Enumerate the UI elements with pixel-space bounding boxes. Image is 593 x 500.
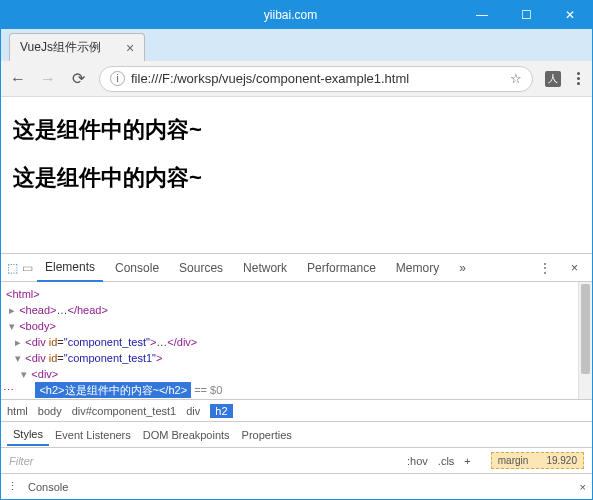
heading-2: 这是组件中的内容~ (13, 163, 580, 193)
page-content: 这是组件中的内容~ 这是组件中的内容~ (1, 97, 592, 253)
browser-chrome: VueJs组件示例 × ← → ⟳ i file:///F:/worksp/vu… (1, 29, 592, 499)
tree-scrollbar[interactable] (578, 282, 592, 399)
tab-bar: VueJs组件示例 × (1, 29, 592, 61)
devtools-panel: ⬚ ▭ Elements Console Sources Network Per… (1, 253, 592, 499)
cls-toggle[interactable]: .cls (438, 455, 455, 467)
window-titlebar: yiibai.com — ☐ ✕ (1, 1, 592, 29)
close-button[interactable]: ✕ (548, 1, 592, 29)
nav-bar: ← → ⟳ i file:///F:/worksp/vuejs/componen… (1, 61, 592, 97)
browser-tab[interactable]: VueJs组件示例 × (9, 33, 145, 61)
device-icon[interactable]: ▭ (22, 261, 33, 275)
site-info-icon[interactable]: i (110, 71, 125, 86)
tab-more[interactable]: » (451, 255, 474, 281)
url-text: file:///F:/worksp/vuejs/component-exampl… (131, 71, 504, 86)
tab-memory[interactable]: Memory (388, 255, 447, 281)
hov-toggle[interactable]: :hov (407, 455, 428, 467)
address-bar[interactable]: i file:///F:/worksp/vuejs/component-exam… (99, 66, 533, 92)
tab-styles[interactable]: Styles (7, 424, 49, 446)
back-button[interactable]: ← (9, 70, 27, 88)
crumb-div[interactable]: div#component_test1 (72, 405, 177, 417)
box-model-margin: margin 19.920 (491, 452, 584, 469)
tab-elements[interactable]: Elements (37, 254, 103, 282)
devtools-menu-icon[interactable]: ⋮ (531, 255, 559, 281)
dom-tree[interactable]: <html> ▸<head>…</head> ▾<body> ▸<div id=… (1, 282, 578, 399)
styles-tabs: Styles Event Listeners DOM Breakpoints P… (1, 421, 592, 447)
tab-dom-breakpoints[interactable]: DOM Breakpoints (137, 425, 236, 445)
tab-console[interactable]: Console (107, 255, 167, 281)
dom-breadcrumb[interactable]: html body div#component_test1 div h2 (1, 399, 592, 421)
tab-sources[interactable]: Sources (171, 255, 231, 281)
bookmark-icon[interactable]: ☆ (510, 71, 522, 86)
menu-button[interactable] (573, 72, 584, 85)
devtools-close-icon[interactable]: × (563, 255, 586, 281)
forward-button[interactable]: → (39, 70, 57, 88)
crumb-body[interactable]: body (38, 405, 62, 417)
heading-1: 这是组件中的内容~ (13, 115, 580, 145)
tab-network[interactable]: Network (235, 255, 295, 281)
devtools-tabs: ⬚ ▭ Elements Console Sources Network Per… (1, 254, 592, 282)
drawer-close-icon[interactable]: × (580, 481, 586, 493)
elements-tree-container: <html> ▸<head>…</head> ▾<body> ▸<div id=… (1, 282, 592, 399)
styles-filter-row: Filter :hov .cls + margin 19.920 (1, 447, 592, 473)
drawer-menu-icon[interactable]: ⋮ (7, 480, 18, 493)
tab-properties[interactable]: Properties (236, 425, 298, 445)
selected-node[interactable]: <h2>这是组件中的内容~</h2> (35, 382, 191, 398)
minimize-button[interactable]: — (460, 1, 504, 29)
crumb-html[interactable]: html (7, 405, 28, 417)
pdf-badge[interactable]: 人 (545, 71, 561, 87)
tab-listeners[interactable]: Event Listeners (49, 425, 137, 445)
maximize-button[interactable]: ☐ (504, 1, 548, 29)
tab-close-icon[interactable]: × (126, 40, 134, 56)
window-title: yiibai.com (1, 8, 460, 22)
tab-performance[interactable]: Performance (299, 255, 384, 281)
inspect-icon[interactable]: ⬚ (7, 261, 18, 275)
crumb-h2[interactable]: h2 (210, 404, 232, 418)
tab-title: VueJs组件示例 (20, 39, 101, 56)
reload-button[interactable]: ⟳ (69, 69, 87, 88)
drawer-console-tab[interactable]: Console (28, 481, 68, 493)
add-rule-button[interactable]: + (464, 455, 470, 467)
styles-filter-input[interactable]: Filter (1, 455, 399, 467)
crumb-div2[interactable]: div (186, 405, 200, 417)
console-drawer: ⋮ Console × (1, 473, 592, 499)
